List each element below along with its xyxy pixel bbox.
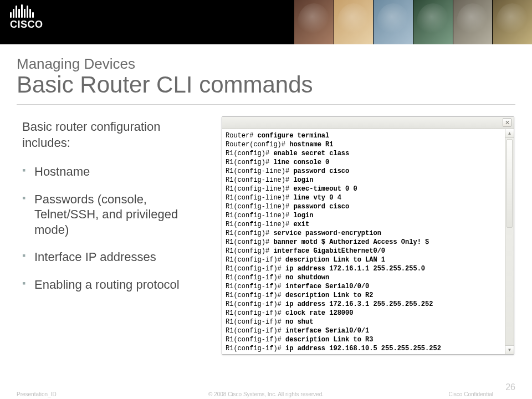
terminal-line: Router(config)# hostname R1 [226,140,502,149]
heading-block: Managing Devices Basic Router CLI comman… [17,55,515,98]
terminal-line: R1(config-if)# description Link to R2 [226,291,502,300]
terminal-line: R1(config-line)# login [226,176,502,185]
terminal-line: R1(config-line)# login [226,211,502,220]
terminal-line: R1(config)# banner motd $ Authorized Acc… [226,238,502,247]
terminal-line: R1(config)# enable secret class [226,149,502,158]
close-icon[interactable]: ✕ [503,118,511,127]
bullet-list: Hostname Passwords (console, Telnet/SSH,… [22,164,211,292]
terminal-scrollbar[interactable]: ▲ ▼ [505,129,514,354]
cisco-logo-bars-icon [10,4,35,18]
terminal-output: Router# configure terminalRouter(config)… [222,129,505,354]
terminal-line: R1(config-if)# no shutdown [226,273,502,282]
terminal-line: R1(config-if)# clock rate 128000 [226,309,502,318]
terminal-line: R1(config-if)# description Link to LAN 1 [226,255,502,264]
cisco-logo-wordmark: CISCO [10,19,43,30]
terminal-line: R1(config)# line console 0 [226,158,502,167]
divider [17,104,515,105]
slide: CISCO Managing Devices Basic Router CLI … [0,0,532,399]
terminal-line: R1(config-if)# interface Serial0/0/1 [226,326,502,335]
header-photo-thumb [334,0,374,44]
terminal-line: Router# configure terminal [226,131,502,140]
terminal-line: R1(config-line)# password cisco [226,202,502,211]
lead-text: Basic router configuration includes: [22,119,211,151]
header-photo-thumb [492,0,532,44]
list-item: Enabling a routing protocol [22,277,211,293]
terminal-line: R1(config-line)# password cisco [226,167,502,176]
header-photo-thumb [373,0,413,44]
header-photo-thumb [453,0,493,44]
list-item: Passwords (console, Telnet/SSH, and priv… [22,192,211,238]
header-photo-thumb [413,0,453,44]
list-item: Hostname [22,164,211,180]
cisco-logo: CISCO [10,4,43,30]
terminal-line: R1(config-if)# interface Serial0/0/0 [226,282,502,291]
terminal-line: R1(config-line)# exit [226,220,502,229]
terminal-line: R1(config-if)# no shut [226,318,502,326]
terminal-line: R1(config-if)# ip address 172.16.3.1 255… [226,300,502,309]
terminal-line: R1(config-line)# line vty 0 4 [226,193,502,202]
footer-center: © 2008 Cisco Systems, Inc. All rights re… [17,391,515,397]
page-number: 26 [505,382,515,392]
terminal-line: R1(config-if)# ip address 172.16.1.1 255… [226,264,502,273]
body-text-column: Basic router configuration includes: Hos… [22,119,211,304]
footer-right: Cisco Confidential [448,391,493,397]
scroll-up-arrow-icon[interactable]: ▲ [505,129,514,138]
scroll-thumb[interactable] [507,139,513,228]
terminal-line: R1(config-if)# ip address 192.168.10.5 2… [226,344,502,353]
page-title: Basic Router CLI commands [17,71,515,98]
header-photo-strip [294,0,532,44]
terminal-line: R1(config)# service password-encryption [226,229,502,238]
terminal-window: ✕ Router# configure terminalRouter(confi… [222,116,514,355]
overline: Managing Devices [17,55,515,73]
header-band: CISCO [0,0,532,44]
terminal-titlebar: ✕ [222,117,514,129]
terminal-line: R1(config)# interface GigabitEthernet0/0 [226,247,502,255]
terminal-line: R1(config-if)# description Link to R3 [226,335,502,344]
scroll-down-arrow-icon[interactable]: ▼ [505,345,514,354]
list-item: Interface IP addresses [22,249,211,265]
terminal-line: R1(config-line)# exec-timeout 0 0 [226,185,502,193]
header-photo-thumb [294,0,334,44]
